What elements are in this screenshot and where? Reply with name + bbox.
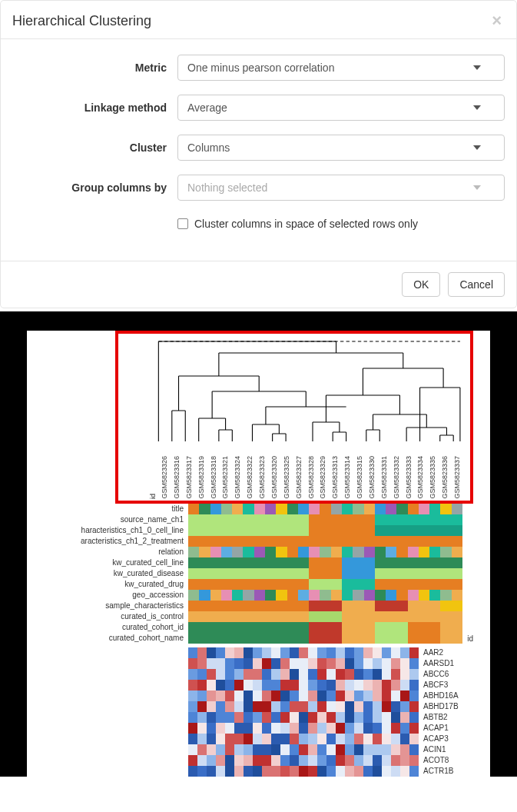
annotation-row [188,568,462,579]
annotation-cell [429,633,440,644]
annotation-row-labels: titlesource_name_ch1haracteristics_ch1_0… [54,504,188,644]
annotation-cell [408,557,419,568]
annotation-cell [232,547,243,557]
heatmap-cell [391,723,400,734]
metric-select[interactable]: One minus pearson correlation [177,55,505,81]
heatmap-cell [345,701,354,712]
annotation-cell [386,579,396,590]
annotation-row-label: curated_cohort_name [54,633,188,644]
annotation-cell [364,547,375,557]
heatmap-cell [197,701,207,712]
ok-button[interactable]: OK [402,272,440,297]
heatmap-cell [363,712,373,723]
heatmap-cell [409,755,419,766]
heatmap-cell [382,744,391,755]
heatmap-cell [225,691,234,701]
annotation-cell [408,525,419,536]
annotation-cell [243,525,254,536]
heatmap-cell [308,755,317,766]
annotation-cell [429,557,440,568]
gene-heatmap: AAR2AARSD1ABCC6ABCF3ABHD16AABHD17BABTB2A… [27,647,473,777]
annotation-cell [419,622,429,633]
heatmap-cell [308,669,317,680]
heatmap-cell [253,647,262,658]
annotation-cell [386,557,396,568]
annotation-cell [221,525,232,536]
annotation-cell [298,568,309,579]
heatmap-cell [225,647,234,658]
heatmap-row [188,723,419,734]
heatmap-cell [373,755,382,766]
heatmap-panel: id GSM5823326GSM5823316GSM5823317GSM5823… [27,331,490,777]
gene-row-label: ACTR1B [423,766,473,777]
annotation-cell [210,601,221,611]
column-label: GSM5823322 [246,456,258,499]
annotation-cell [440,525,451,536]
heatmap-cell [280,734,290,744]
heatmap-cell [354,723,363,734]
linkage-select[interactable]: Average [177,95,505,121]
heatmap-cell [373,658,382,669]
cluster-select[interactable]: Columns [177,135,505,161]
annotation-cell [331,590,342,601]
annotation-cell [210,525,221,536]
heatmap-cell [280,669,290,680]
annotation-cell [199,557,210,568]
heatmap-cell [253,734,262,744]
annotation-cell [452,611,462,622]
annotation-cell [396,504,407,514]
annotation-cell [342,525,353,536]
heatmap-cell [391,680,400,691]
cluster-select-value: Columns [187,141,230,154]
checkbox-label: Cluster columns in space of selected row… [194,218,418,230]
column-label: GSM5823323 [258,456,270,499]
annotation-cell [276,525,287,536]
annotation-row [188,504,462,514]
heatmap-cell [290,701,299,712]
heatmap-cell [262,669,271,680]
heatmap-cell [382,701,391,712]
annotation-cell [429,504,440,514]
heatmap-cell [326,723,336,734]
annotation-cell [452,601,462,611]
annotation-cell [331,547,342,557]
heatmap-cell [271,647,280,658]
annotation-cell [243,504,254,514]
heatmap-cell [188,669,197,680]
heatmap-cell [400,647,409,658]
heatmap-cell [336,744,345,755]
annotation-row-label: geo_accession [54,590,188,601]
dialog-title: Hierarchical Clustering [12,13,151,29]
annotation-cell [320,504,330,514]
annotation-cell [188,579,199,590]
annotation-cell [199,568,210,579]
heatmap-cell [345,712,354,723]
heatmap-cell [216,647,225,658]
heatmap-cell [336,755,345,766]
heatmap-cell [207,734,216,744]
annotation-cell [353,536,363,547]
selected-rows-only-checkbox[interactable] [177,218,188,229]
heatmap-cell [262,734,271,744]
group-by-select[interactable]: Nothing selected [177,175,505,201]
annotation-cell [265,611,276,622]
heatmap-cell [216,744,225,755]
heatmap-row [188,701,419,712]
annotation-cell [320,547,330,557]
annotation-cell [287,611,298,622]
linkage-label: Linkage method [12,102,177,114]
hierarchical-clustering-dialog: Hierarchical Clustering × Metric One min… [0,0,517,308]
heatmap-cell [400,669,409,680]
annotation-cell [309,547,320,557]
annotation-cell [232,568,243,579]
heatmap-cell [271,734,280,744]
heatmap-cell [326,766,336,777]
close-icon[interactable]: × [489,12,505,29]
cancel-button[interactable]: Cancel [448,272,505,297]
annotation-row-label: title [54,504,188,514]
annotation-cell [452,622,462,633]
annotation-cell [232,525,243,536]
heatmap-cell [326,691,336,701]
annotation-cell [309,568,320,579]
annotation-cell [320,601,330,611]
